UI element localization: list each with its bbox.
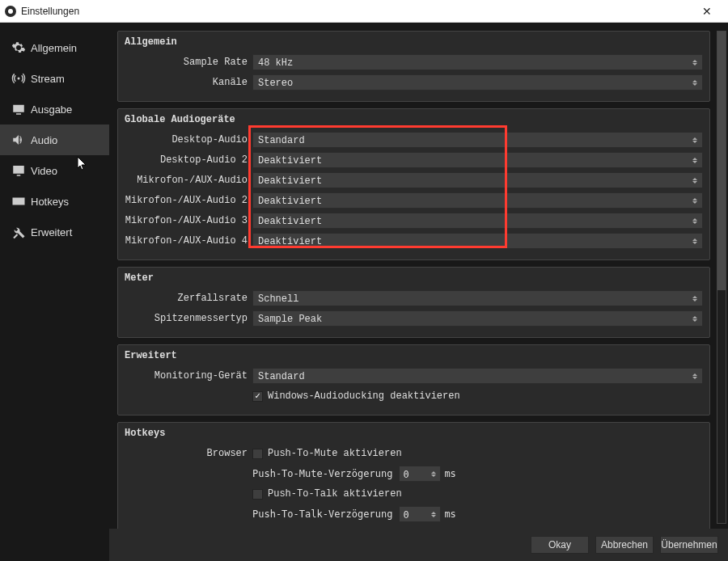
sidebar-item-label: Stream [31, 73, 65, 85]
select-sample-rate[interactable]: 48 kHz [252, 54, 703, 70]
tools-icon [11, 225, 31, 239]
sidebar-item-allgemein[interactable]: Allgemein [0, 32, 109, 63]
label: Mikrofon-/AUX-Audio [125, 175, 252, 186]
sidebar-item-erweitert[interactable]: Erweitert [0, 217, 109, 247]
section-meter: Meter ZerfallsrateSchnell Spitzenmessert… [117, 267, 710, 338]
sidebar-item-label: Audio [31, 134, 57, 146]
select-mic-aux[interactable]: Deaktiviert [252, 172, 703, 188]
apply-button[interactable]: Übernehmen [660, 536, 718, 554]
sidebar-item-video[interactable]: Video [0, 155, 109, 186]
section-title: Erweitert [125, 350, 703, 361]
sidebar: Allgemein Stream Ausgabe Audio Video [0, 23, 109, 561]
sidebar-item-label: Allgemein [31, 42, 77, 54]
spinner-icon [689, 133, 700, 147]
label-ptm-delay: Push-To-Mute-Verzögerung [252, 468, 392, 479]
sidebar-item-label: Video [31, 165, 57, 177]
check-icon [252, 489, 263, 500]
keyboard-icon [11, 194, 31, 209]
spinner-icon [689, 173, 700, 188]
spinner-icon [429, 507, 438, 521]
label: Mikrofon-/AUX-Audio 3 [125, 215, 252, 226]
scrollbar[interactable] [717, 31, 726, 524]
label-sample-rate: Sample Rate [125, 57, 252, 68]
scrollbar-thumb[interactable] [717, 32, 726, 290]
label-kanaele: Kanäle [125, 77, 252, 88]
speaker-icon [11, 133, 31, 147]
section-title: Globale Audiogeräte [125, 114, 703, 125]
select-monitoring-geraet[interactable]: Standard [252, 368, 703, 384]
app-icon [5, 6, 16, 17]
sidebar-item-label: Erweitert [31, 226, 72, 238]
monitor-icon [11, 163, 31, 178]
gear-icon [11, 40, 31, 55]
sidebar-item-ausgabe[interactable]: Ausgabe [0, 94, 109, 124]
sidebar-item-audio[interactable]: Audio [0, 124, 109, 155]
section-allgemein: Allgemein Sample Rate 48 kHz Kanäle Ster… [117, 31, 710, 102]
label-monitoring: Monitoring-Gerät [125, 370, 252, 382]
section-title: Meter [125, 272, 703, 284]
select-kanaele[interactable]: Stereo [252, 74, 703, 91]
spinner-icon [689, 193, 700, 208]
titlebar: Einstellungen ✕ [0, 0, 728, 23]
spinner-icon [689, 311, 700, 326]
label-spitzenmessertyp: Spitzenmessertyp [125, 313, 252, 324]
spinner-icon [689, 55, 700, 70]
spinner-icon [689, 234, 700, 248]
spinner-icon [689, 75, 700, 90]
output-icon [11, 102, 31, 116]
footer: Okay Abbrechen Übernehmen [109, 529, 728, 561]
close-icon[interactable]: ✕ [691, 5, 723, 18]
section-hotkeys: Hotkeys Browser Push-To-Mute aktivieren … [117, 422, 710, 529]
window-title: Einstellungen [21, 6, 79, 17]
spinner-icon [689, 213, 700, 228]
spinner-icon [689, 153, 700, 167]
select-desktop-audio-2[interactable]: Deaktiviert [252, 152, 703, 168]
sidebar-item-label: Hotkeys [31, 196, 69, 208]
select-zerfallsrate[interactable]: Schnell [252, 290, 703, 306]
checkbox-ptm-enable[interactable]: Push-To-Mute aktivieren [252, 448, 703, 459]
hotkey-group-browser: Browser [125, 448, 252, 459]
section-erweitert: Erweitert Monitoring-GerätStandard Windo… [117, 344, 710, 415]
select-spitzenmessertyp[interactable]: Sample Peak [252, 310, 703, 327]
cancel-button[interactable]: Abbrechen [595, 536, 654, 554]
spinner-icon [429, 466, 438, 481]
antenna-icon [11, 71, 31, 86]
section-globale-audiogeraete: Globale Audiogeräte Desktop-AudioStandar… [117, 108, 710, 260]
sidebar-item-stream[interactable]: Stream [0, 63, 109, 94]
label: Mikrofon-/AUX-Audio 4 [125, 235, 252, 247]
check-icon [252, 391, 263, 402]
checkbox-audioducking[interactable]: Windows-Audioducking deaktivieren [252, 390, 703, 402]
select-mic-aux-4[interactable]: Deaktiviert [252, 233, 703, 249]
select-desktop-audio[interactable]: Standard [252, 132, 703, 148]
sidebar-item-label: Ausgabe [31, 103, 72, 116]
sidebar-item-hotkeys[interactable]: Hotkeys [0, 186, 109, 217]
input-ptm-delay[interactable]: 0 [399, 466, 441, 482]
select-mic-aux-2[interactable]: Deaktiviert [252, 192, 703, 209]
spinner-icon [689, 291, 700, 306]
check-icon [252, 449, 263, 459]
section-title: Hotkeys [125, 428, 703, 439]
label: Mikrofon-/AUX-Audio 2 [125, 195, 252, 206]
label: Desktop-Audio [125, 134, 252, 146]
input-ptt-delay[interactable]: 0 [399, 506, 441, 522]
ok-button[interactable]: Okay [531, 536, 589, 554]
spinner-icon [689, 369, 700, 383]
select-mic-aux-3[interactable]: Deaktiviert [252, 213, 703, 229]
label-ptt-delay: Push-To-Talk-Verzögerung [252, 508, 392, 520]
label: Desktop-Audio 2 [125, 154, 252, 166]
checkbox-ptt-enable[interactable]: Push-To-Talk aktivieren [252, 488, 703, 500]
section-title: Allgemein [125, 36, 703, 48]
settings-content: Allgemein Sample Rate 48 kHz Kanäle Ster… [109, 23, 728, 529]
label-zerfallsrate: Zerfallsrate [125, 293, 252, 304]
